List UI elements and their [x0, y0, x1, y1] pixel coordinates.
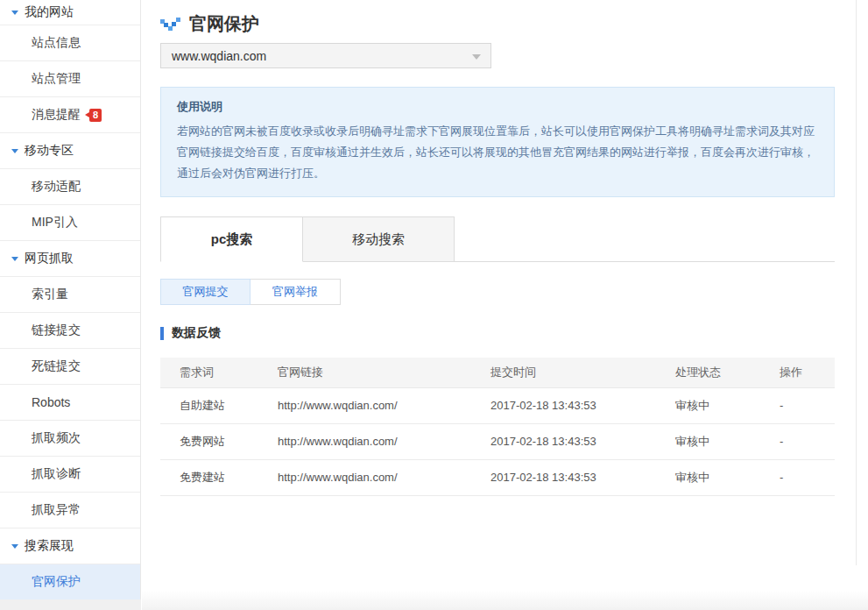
sidebar-item-message-alert[interactable]: 消息提醒 8 [0, 97, 140, 133]
column-header-status: 处理状态 [675, 358, 780, 387]
subtab-official-report[interactable]: 官网举报 [251, 279, 341, 305]
cell-action: - [780, 423, 835, 459]
cell-official-link: http://www.wqdian.com/ [278, 387, 490, 423]
cell-official-link: http://www.wqdian.com/ [278, 423, 490, 459]
feedback-table-body: 自助建站 http://www.wqdian.com/ 2017-02-18 1… [160, 387, 835, 495]
page-right-border [856, 0, 857, 565]
sidebar-item-official-site-protection[interactable]: 官网保护 [0, 564, 140, 600]
subtab-official-submit[interactable]: 官网提交 [160, 279, 251, 305]
tab-pc-search[interactable]: pc搜索 [160, 216, 303, 262]
table-row: 免费建站 http://www.wqdian.com/ 2017-02-18 1… [160, 459, 835, 495]
cell-keyword: 免费网站 [160, 423, 278, 459]
cell-submit-time: 2017-02-18 13:43:53 [490, 387, 675, 423]
sidebar-section-label: 网页抓取 [25, 251, 74, 266]
sidebar-section-search-display[interactable]: 搜索展现 [0, 528, 140, 564]
cell-submit-time: 2017-02-18 13:43:53 [490, 459, 675, 495]
cell-keyword: 自助建站 [160, 387, 278, 423]
sidebar-item-label: 链接提交 [32, 323, 81, 338]
usage-notice: 使用说明 若网站的官网未被百度收录或收录后明确寻址需求下官网展现位置靠后，站长可… [160, 87, 835, 197]
feedback-table-head: 需求词 官网链接 提交时间 处理状态 操作 [160, 358, 835, 387]
sidebar-item-robots[interactable]: Robots [0, 385, 140, 421]
sidebar-item-mobile-adapt[interactable]: 移动适配 [0, 169, 140, 205]
sidebar-item-site-manage[interactable]: 站点管理 [0, 61, 140, 97]
data-feedback-section-header: 数据反馈 [160, 325, 835, 341]
cell-action: - [780, 459, 835, 495]
cell-status: 审核中 [675, 387, 780, 423]
notice-body: 若网站的官网未被百度收录或收录后明确寻址需求下官网展现位置靠后，站长可以使用官网… [177, 121, 818, 184]
sidebar-item-crawl-exception[interactable]: 抓取异常 [0, 493, 140, 528]
sidebar-item-label: 索引量 [32, 287, 68, 302]
cell-status: 审核中 [675, 459, 780, 495]
sidebar-section-label: 我的网站 [25, 4, 74, 20]
search-type-tabs: pc搜索 移动搜索 [160, 216, 835, 262]
triangle-down-icon [11, 257, 18, 261]
cell-submit-time: 2017-02-18 13:43:53 [490, 423, 675, 459]
sidebar-item-dead-link-submit[interactable]: 死链提交 [0, 349, 140, 385]
bottom-fade [142, 591, 868, 610]
chevron-down-icon [472, 54, 481, 60]
column-header-action: 操作 [780, 358, 835, 387]
column-header-submit-time: 提交时间 [490, 358, 675, 387]
cell-status: 审核中 [675, 423, 780, 459]
site-selector-value: www.wqdian.com [172, 49, 266, 63]
cell-official-link: http://www.wqdian.com/ [278, 459, 490, 495]
sidebar-item-mip-import[interactable]: MIP引入 [0, 205, 140, 241]
sidebar-section-label: 搜索展现 [25, 538, 74, 554]
sidebar-item-label: MIP引入 [32, 215, 78, 231]
triangle-down-icon [11, 11, 18, 15]
site-selector-dropdown[interactable]: www.wqdian.com [160, 43, 491, 68]
sidebar-item-crawl-frequency[interactable]: 抓取频次 [0, 421, 140, 457]
column-header-official-link: 官网链接 [278, 358, 490, 387]
main-content: 官网保护 www.wqdian.com 使用说明 若网站的官网未被百度收录或收录… [160, 0, 835, 496]
sidebar: 我的网站 站点信息 站点管理 消息提醒 8 移动专区 移动适配 MIP引入 网页… [0, 0, 141, 599]
sidebar-item-label: 抓取频次 [32, 430, 81, 446]
notice-title: 使用说明 [177, 99, 818, 115]
triangle-down-icon [11, 149, 18, 153]
sidebar-item-label: 死链提交 [32, 358, 81, 374]
sidebar-section-mobile-zone[interactable]: 移动专区 [0, 133, 140, 169]
sidebar-footer [0, 599, 141, 610]
pixel-check-icon [160, 17, 181, 32]
column-header-keyword: 需求词 [160, 358, 278, 387]
triangle-down-icon [11, 544, 18, 549]
sidebar-section-web-crawl[interactable]: 网页抓取 [0, 241, 140, 277]
sidebar-item-index-volume[interactable]: 索引量 [0, 277, 140, 313]
sidebar-section-label: 移动专区 [25, 143, 74, 159]
tab-mobile-search[interactable]: 移动搜索 [303, 216, 455, 262]
sidebar-item-label: 站点管理 [32, 71, 81, 87]
sidebar-item-site-info[interactable]: 站点信息 [0, 25, 140, 61]
cell-keyword: 免费建站 [160, 459, 278, 495]
section-title: 数据反馈 [172, 325, 221, 341]
table-header-row: 需求词 官网链接 提交时间 处理状态 操作 [160, 358, 835, 387]
page-header: 官网保护 [160, 0, 835, 37]
sidebar-item-label: 站点信息 [32, 35, 81, 51]
page-title: 官网保护 [189, 12, 259, 36]
action-subtabs: 官网提交 官网举报 [160, 279, 835, 305]
sidebar-item-link-submit[interactable]: 链接提交 [0, 313, 140, 349]
cell-action: - [780, 387, 835, 423]
table-row: 自助建站 http://www.wqdian.com/ 2017-02-18 1… [160, 387, 835, 423]
sidebar-item-label: 消息提醒 [32, 107, 81, 123]
table-row: 免费网站 http://www.wqdian.com/ 2017-02-18 1… [160, 423, 835, 459]
feedback-table: 需求词 官网链接 提交时间 处理状态 操作 自助建站 http://www.wq… [160, 358, 835, 496]
sidebar-item-label: 移动适配 [32, 179, 81, 195]
sidebar-item-crawl-diagnosis[interactable]: 抓取诊断 [0, 457, 140, 493]
sidebar-item-label: 抓取诊断 [32, 466, 81, 482]
sidebar-item-label: 官网保护 [32, 574, 81, 590]
message-count-badge: 8 [89, 109, 102, 122]
section-accent-bar [160, 327, 164, 340]
sidebar-item-label: Robots [32, 395, 70, 409]
sidebar-section-my-site[interactable]: 我的网站 [0, 0, 140, 25]
sidebar-item-label: 抓取异常 [32, 502, 81, 518]
